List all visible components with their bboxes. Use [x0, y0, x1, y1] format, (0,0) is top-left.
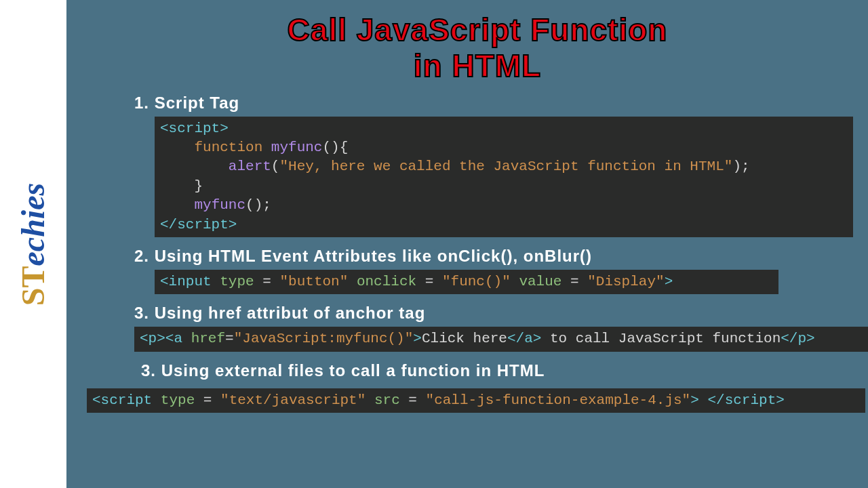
code-block-4: <script type = "text/javascript" src = "…: [87, 388, 865, 413]
title-line-1: Call JavaScript Function: [288, 12, 668, 47]
section-1-heading: 1. Script Tag: [134, 94, 868, 113]
section-4-heading: 3. Using external files to call a functi…: [141, 361, 868, 380]
code-block-2: <input type = "button" onclick = "func()…: [155, 270, 778, 294]
code-block-1: <script> function myfunc(){ alert("Hey, …: [155, 117, 853, 237]
title-line-2: in HTML: [414, 48, 541, 83]
page-title: Call JavaScript Function in HTML: [80, 12, 868, 84]
main-content: Call JavaScript Function in HTML 1. Scri…: [66, 0, 868, 488]
section-3-heading: 3. Using href attribut of anchor tag: [134, 304, 868, 323]
logo-part-2: echies: [16, 182, 52, 266]
code-block-3: <p><a href="JavaScript:myfunc()">Click h…: [134, 327, 868, 351]
logo-part-1: ST: [16, 266, 52, 306]
logo: STechies: [15, 182, 52, 305]
sidebar: STechies: [0, 0, 66, 488]
section-2-heading: 2. Using HTML Event Attributes like onCl…: [134, 247, 868, 266]
